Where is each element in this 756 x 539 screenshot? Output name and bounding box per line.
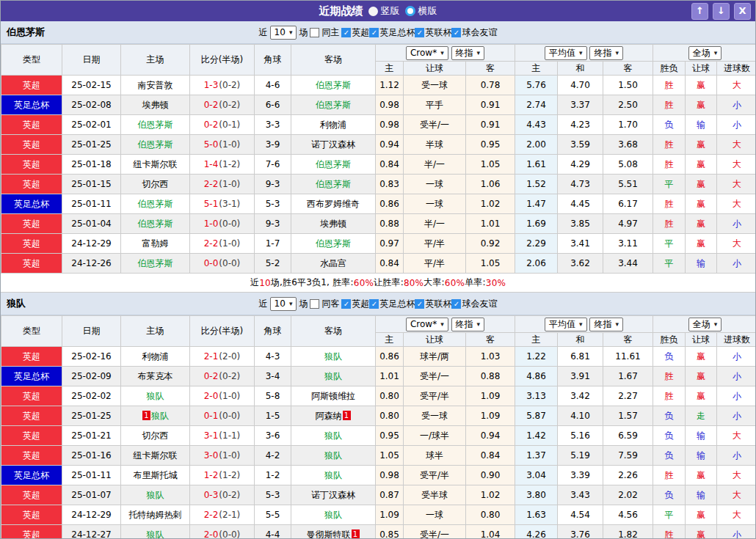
- red-card-icon: 1: [343, 411, 351, 420]
- checkbox-unchecked-icon[interactable]: [310, 299, 319, 309]
- league-filter[interactable]: ✓英超: [341, 26, 369, 39]
- away-odds: 1.01: [466, 214, 515, 234]
- average-mode-select[interactable]: 终指 ▾: [589, 318, 623, 331]
- average-select[interactable]: 平均值 ▾: [545, 318, 587, 331]
- match-count-select[interactable]: 10 ▾: [270, 297, 297, 311]
- avg-draw-odds: 3.37: [558, 95, 603, 115]
- checkbox-checked-icon[interactable]: ✓: [415, 28, 424, 37]
- checkbox-checked-icon[interactable]: ✓: [415, 299, 424, 309]
- league-filter[interactable]: ✓英足总杯: [369, 298, 415, 310]
- handicap-result: 赢: [686, 466, 717, 485]
- away-team-name: 伯恩茅斯: [316, 80, 351, 90]
- league-filter[interactable]: ✓球会友谊: [451, 26, 497, 39]
- average-select[interactable]: 平均值 ▾: [545, 46, 587, 60]
- halftime-score: (1-2): [219, 159, 240, 169]
- avg-draw-odds: 3.43: [558, 485, 603, 505]
- match-result: 负: [653, 426, 686, 446]
- goals-result: 大: [717, 505, 756, 525]
- away-team-name: 阿斯顿维拉: [311, 391, 355, 401]
- away-team: 伯恩茅斯: [291, 155, 376, 175]
- move-up-button[interactable]: ↑: [691, 3, 708, 20]
- away-odds: 1.02: [466, 194, 515, 214]
- match-date: 24-12-27: [62, 525, 121, 539]
- away-odds: 1.03: [466, 347, 515, 367]
- away-odds: 1.05: [466, 254, 515, 274]
- league-filter[interactable]: ✓英足总杯: [369, 26, 415, 39]
- horizontal-layout-radio[interactable]: 横版: [405, 4, 437, 18]
- same-side-label: 同客: [321, 298, 339, 310]
- league-filter-label: 英联杯: [425, 298, 451, 310]
- goals-result: 大: [717, 76, 756, 95]
- bookmaker-select[interactable]: Crow* ▾: [406, 318, 448, 331]
- col-odds-home: 主: [376, 62, 404, 76]
- scope-select[interactable]: 全场 ▾: [688, 46, 722, 60]
- fulltime-score: 2-2: [204, 179, 219, 189]
- red-card-icon: 1: [352, 529, 360, 539]
- bookmaker-group: Crow* ▾ 终指 ▾: [376, 316, 515, 333]
- same-side-filter[interactable]: 同主: [310, 26, 339, 39]
- filter-controls: 近 10 ▾ 场 同客 ✓英超✓英足总杯✓英联杯✓球会友谊: [1, 297, 755, 311]
- table-row: 英超25-01-251狼队0-1(0-0)1-5阿森纳10.80受一球1.095…: [1, 406, 756, 426]
- home-team: 狼队: [121, 525, 190, 539]
- league-badge: 英超: [1, 214, 62, 234]
- handicap-line: 平/半: [404, 254, 466, 274]
- halftime-score: (1-2): [219, 470, 240, 480]
- away-odds: 0.94: [466, 426, 515, 446]
- checkbox-checked-icon[interactable]: ✓: [369, 299, 379, 309]
- radio-unselected-icon[interactable]: [405, 6, 415, 16]
- checkbox-unchecked-icon[interactable]: [310, 28, 319, 37]
- results-body: 英超25-02-16利物浦2-1(2-0)4-3狼队0.86球半/两1.031.…: [1, 347, 756, 539]
- halftime-score: (1-0): [219, 391, 240, 401]
- bookmaker-mode-select[interactable]: 终指 ▾: [451, 318, 485, 331]
- move-down-button[interactable]: ↓: [713, 3, 730, 20]
- league-badge: 英超: [1, 76, 62, 95]
- radio-selected-icon[interactable]: [368, 7, 378, 16]
- match-result: 胜: [653, 95, 686, 115]
- checkbox-checked-icon[interactable]: ✓: [369, 28, 379, 37]
- summary-part: 60%: [354, 278, 374, 288]
- league-filter[interactable]: ✓英超: [341, 298, 369, 310]
- halftime-score: (0-2): [219, 371, 240, 381]
- away-team-name: 水晶宫: [320, 258, 346, 268]
- home-team: 狼队: [121, 485, 190, 505]
- col-odds-away: 客: [466, 333, 515, 347]
- halftime-score: (2-0): [219, 351, 240, 362]
- fulltime-score: 1-2: [204, 470, 219, 480]
- col-date: 日期: [62, 45, 121, 76]
- filter-bar: 伯恩茅斯 近 10 ▾ 场 同主 ✓英超✓英足总杯✓英联杯✓球会友谊: [1, 21, 755, 44]
- away-team-name: 阿森纳: [316, 411, 342, 421]
- checkbox-checked-icon[interactable]: ✓: [341, 299, 351, 309]
- league-filter[interactable]: ✓球会友谊: [451, 298, 497, 310]
- match-result: 负: [653, 347, 686, 367]
- corner-score: 1-5: [255, 406, 291, 426]
- avg-draw-odds: 4.29: [558, 155, 603, 175]
- checkbox-checked-icon[interactable]: ✓: [451, 299, 461, 309]
- home-team-name: 利物浦: [142, 351, 169, 362]
- league-filter[interactable]: ✓英联杯: [415, 26, 451, 39]
- handicap-line: 受一球: [404, 76, 466, 95]
- match-count-select[interactable]: 10 ▾: [270, 26, 297, 40]
- filter-controls: 近 10 ▾ 场 同主 ✓英超✓英足总杯✓英联杯✓球会友谊: [1, 26, 755, 40]
- filter-bar: 狼队 近 10 ▾ 场 同客 ✓英超✓英足总杯✓英联杯✓球会友谊: [1, 293, 755, 315]
- average-mode-select[interactable]: 终指 ▾: [589, 46, 623, 60]
- avg-away-odds: 1.57: [603, 406, 653, 426]
- away-team-name: 狼队: [324, 351, 342, 362]
- checkbox-checked-icon[interactable]: ✓: [341, 28, 351, 37]
- scope-select[interactable]: 全场 ▾: [688, 318, 722, 331]
- away-team-name: 西布罗姆维奇: [307, 199, 360, 209]
- col-score: 比分(半场): [190, 316, 255, 347]
- league-filter[interactable]: ✓英联杯: [415, 298, 451, 310]
- bookmaker-select[interactable]: Crow* ▾: [406, 46, 448, 60]
- avg-home-odds: 1.37: [515, 446, 558, 466]
- bookmaker-mode-select[interactable]: 终指 ▾: [451, 46, 485, 60]
- match-result: 负: [653, 446, 686, 466]
- avg-away-odds: 11.61: [603, 347, 653, 367]
- vertical-layout-radio[interactable]: 竖版: [368, 4, 400, 18]
- col-type: 类型: [1, 316, 62, 347]
- same-side-filter[interactable]: 同客: [310, 298, 339, 310]
- checkbox-checked-icon[interactable]: ✓: [451, 28, 461, 37]
- chevron-down-icon: ▾: [477, 319, 481, 330]
- league-filter-label: 球会友谊: [462, 298, 497, 310]
- handicap-line: 球半: [404, 446, 466, 466]
- close-button[interactable]: X: [734, 3, 751, 20]
